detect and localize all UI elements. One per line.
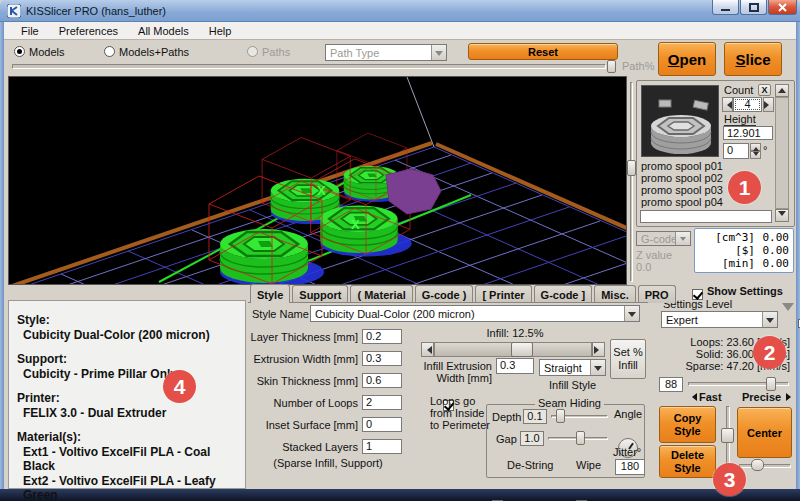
radio-models-label[interactable]: Models [29,46,64,58]
viewport-3d[interactable]: X X [8,76,627,285]
tab-style[interactable]: Style [250,284,290,303]
style-name-select[interactable]: Cubicity Dual-Color (200 micron) [310,305,640,322]
center-hslider-track[interactable] [739,464,791,468]
menu-help[interactable]: Help [200,23,241,39]
collapse-icon[interactable] [782,303,794,317]
tab-misc[interactable]: Misc. [594,285,636,303]
tab-gcode-mat[interactable]: G-code ) [415,285,474,303]
reset-button[interactable]: Reset [468,43,618,60]
inset-surface-field[interactable]: 0 [362,417,402,432]
tab-pro[interactable]: PRO [638,285,676,303]
path-pct-slider-handle [607,60,616,73]
tab-material[interactable]: ( Material [350,285,412,303]
center-button[interactable]: Center [737,407,792,458]
stat-row: [cm^3]0.00 [699,231,789,244]
precise-label: Precise [742,391,781,403]
stacked-layers-field[interactable]: 1 [362,439,402,454]
model-list-empty-row[interactable] [640,210,772,223]
gcode-select: G-code [636,231,691,246]
summary-support-label: Support: [17,352,245,366]
gap-slider-handle[interactable] [576,431,585,445]
summary-style-value: Cubicity Dual-Color (200 micron) [23,328,245,342]
infill-slider-left-button[interactable] [421,342,434,357]
destring-label[interactable]: De-String [507,459,553,471]
layer-thickness-field[interactable]: 0.2 [362,329,402,344]
summary-printer-value: FELIX 3.0 - Dual Extruder [23,406,245,420]
list-item[interactable]: promo spool p01 [641,160,771,172]
field-label: Extrusion Width [mm] [250,353,358,365]
infill-style-value: Straight [540,362,590,374]
rotation-field[interactable]: 0 [723,143,749,159]
scroll-up-button[interactable] [775,84,789,97]
model-thumbnail [641,85,719,157]
infill-slider-right-button[interactable] [592,342,605,357]
infill-style-select[interactable]: Straight [539,359,606,376]
summary-material-2: Ext2 - Voltivo ExcelFil PLA - Leafy Gree… [23,474,245,501]
gcode-select-value: G-code [637,233,675,245]
height-value: 12.901 [727,127,761,139]
center-label: Center [747,427,782,439]
radio-models[interactable] [14,46,25,57]
infill-extrusion-label: Infill Extrusion Width [mm] [420,360,492,384]
field-label: Skin Thickness [mm] [250,375,358,387]
rotation-unit: ° [763,144,767,156]
summary-materials-label: Material(s): [17,430,245,444]
open-button[interactable]: Open [658,42,716,76]
menu-preferences[interactable]: Preferences [50,23,127,39]
delete-style-label: Delete Style [668,449,708,475]
seam-hiding-title: Seam Hiding [535,397,604,409]
model-purple-blob[interactable] [386,169,441,214]
depth-slider-handle[interactable] [556,409,565,423]
jitter-value-field[interactable]: 180 [615,459,645,475]
copy-style-button[interactable]: Copy Style [659,406,716,443]
delete-style-button[interactable]: Delete Style [659,445,716,478]
count-decrement-button[interactable] [722,97,733,112]
settings-level-select[interactable]: Expert [661,311,778,328]
settings-tabs: Style Support ( Material G-code ) [ Prin… [250,285,678,303]
stat-row: [min]0.00 [699,257,789,270]
style-name-label: Style Name [252,308,309,320]
spinner-down-icon [753,152,759,159]
quality-slider-handle[interactable] [766,377,776,391]
tab-support[interactable]: Support [292,285,348,303]
show-settings-label[interactable]: Show Settings [707,285,783,297]
window-border-right [796,22,800,489]
model-group: X X [159,133,471,285]
field-label: Layer Thickness [mm] [250,331,358,343]
set-infill-button[interactable]: Set % Infill [610,339,646,379]
menu-file[interactable]: File [12,23,48,39]
triangle-right-icon [594,346,603,354]
count-increment-button[interactable] [763,97,774,112]
maximize-icon [749,3,759,12]
tab-printer[interactable]: [ Printer [475,285,531,303]
infill-slider-handle[interactable] [511,342,533,357]
minimize-button[interactable] [712,0,739,15]
skin-thickness-field[interactable]: 0.6 [362,373,402,388]
infill-label: Infill: 12.5% [430,327,600,339]
rotation-spinner[interactable] [750,143,761,159]
spinner-up-icon [753,144,759,151]
radio-models-paths-label[interactable]: Models+Paths [119,46,189,58]
chevron-down-icon [624,306,639,321]
field-label: Inset Surface [mm] [250,419,358,431]
slice-button[interactable]: Slice [724,42,782,76]
radio-models-paths[interactable] [104,46,115,57]
models-scrollbar-track[interactable] [775,97,789,209]
count-value-field[interactable]: 4 [733,97,762,112]
scroll-down-button[interactable] [775,209,789,222]
wipe-label[interactable]: Wipe [576,459,601,471]
stat-row: [$]0.00 [699,244,789,257]
number-of-loops-field[interactable]: 2 [362,395,402,410]
extrusion-width-field[interactable]: 0.3 [362,351,402,366]
triangle-left-icon [423,346,432,354]
copy-style-label: Copy Style [668,412,708,438]
tab-gcode-prn[interactable]: G-code ] [534,285,593,303]
center-hslider-handle[interactable] [751,459,764,471]
maximize-button[interactable] [740,0,767,15]
menu-all-models[interactable]: All Models [129,23,198,39]
stacked-layers-note: (Sparse Infill, Support) [248,457,408,469]
models-panel-close-button[interactable]: X [758,84,771,96]
infill-extrusion-field[interactable]: 0.3 [496,358,534,374]
close-button[interactable] [768,0,797,15]
style-vslider-handle[interactable] [721,428,734,443]
